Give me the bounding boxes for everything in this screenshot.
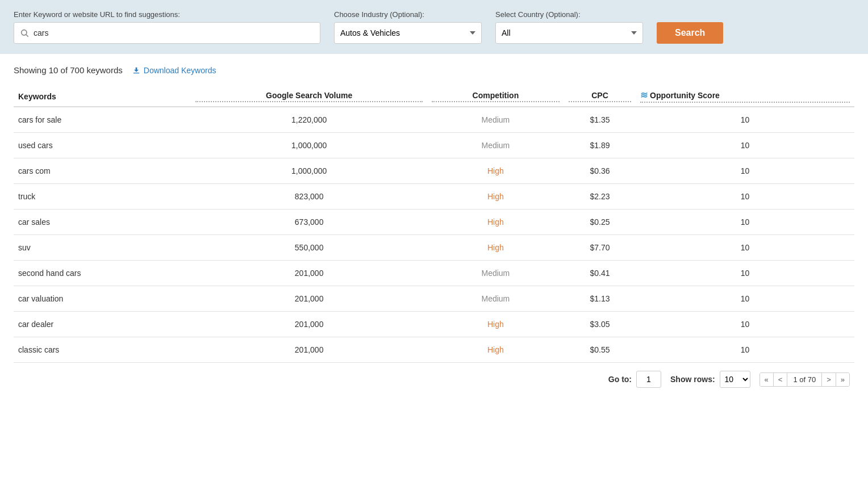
cell-volume: 201,000 bbox=[191, 286, 427, 312]
svg-rect-2 bbox=[133, 73, 139, 73]
cell-competition: Medium bbox=[427, 107, 564, 133]
download-keywords-link[interactable]: Download Keywords bbox=[132, 66, 216, 75]
cell-competition: High bbox=[427, 184, 564, 210]
cell-cpc: $1.13 bbox=[564, 286, 636, 312]
first-page-button[interactable]: « bbox=[760, 373, 774, 386]
goto-label: Go to: bbox=[608, 375, 632, 384]
cell-cpc: $1.89 bbox=[564, 133, 636, 158]
keyword-section: Enter Keyword or website URL to find sug… bbox=[14, 10, 320, 44]
keywords-table: Keywords Google Search Volume Competitio… bbox=[14, 84, 854, 363]
search-icon bbox=[20, 28, 29, 37]
dotted-divider bbox=[569, 101, 631, 102]
cell-competition: Medium bbox=[427, 261, 564, 286]
dotted-divider bbox=[640, 102, 850, 103]
industry-section: Choose Industry (Optional): Autos & Vehi… bbox=[334, 10, 482, 44]
keyword-label: Enter Keyword or website URL to find sug… bbox=[14, 10, 320, 19]
col-volume: Google Search Volume bbox=[191, 84, 427, 107]
cell-cpc: $0.36 bbox=[564, 158, 636, 184]
cell-keyword: classic cars bbox=[14, 337, 191, 363]
cell-opportunity: 10 bbox=[636, 210, 854, 235]
table-row: car dealer 201,000 High $3.05 10 bbox=[14, 312, 854, 337]
cell-volume: 1,000,000 bbox=[191, 158, 427, 184]
cell-competition: High bbox=[427, 337, 564, 363]
wave-icon: ≋ bbox=[640, 90, 648, 100]
main-content: Showing 10 of 700 keywords Download Keyw… bbox=[0, 54, 868, 401]
country-section: Select Country (Optional): All United St… bbox=[495, 10, 643, 44]
cell-cpc: $2.23 bbox=[564, 184, 636, 210]
cell-opportunity: 10 bbox=[636, 184, 854, 210]
search-input-wrap bbox=[14, 22, 320, 44]
cell-keyword: car valuation bbox=[14, 286, 191, 312]
cell-volume: 201,000 bbox=[191, 261, 427, 286]
cell-keyword: truck bbox=[14, 184, 191, 210]
cell-cpc: $0.41 bbox=[564, 261, 636, 286]
cell-volume: 1,220,000 bbox=[191, 107, 427, 133]
cell-opportunity: 10 bbox=[636, 337, 854, 363]
dotted-divider bbox=[432, 101, 560, 102]
country-select[interactable]: All United States United Kingdom Canada … bbox=[495, 22, 643, 44]
cell-keyword: suv bbox=[14, 235, 191, 261]
table-row: cars com 1,000,000 High $0.36 10 bbox=[14, 158, 854, 184]
table-body: cars for sale 1,220,000 Medium $1.35 10 … bbox=[14, 107, 854, 363]
goto-input[interactable] bbox=[636, 371, 661, 388]
cell-opportunity: 10 bbox=[636, 133, 854, 158]
show-rows-section: Show rows: 5 10 25 50 100 bbox=[670, 371, 750, 388]
col-competition: Competition bbox=[427, 84, 564, 107]
cell-keyword: car sales bbox=[14, 210, 191, 235]
search-bar: Enter Keyword or website URL to find sug… bbox=[0, 0, 868, 54]
cell-volume: 201,000 bbox=[191, 312, 427, 337]
cell-keyword: used cars bbox=[14, 133, 191, 158]
table-row: cars for sale 1,220,000 Medium $1.35 10 bbox=[14, 107, 854, 133]
pagination-row: Go to: Show rows: 5 10 25 50 100 « < 1 o… bbox=[14, 363, 854, 390]
cell-opportunity: 10 bbox=[636, 286, 854, 312]
table-row: truck 823,000 High $2.23 10 bbox=[14, 184, 854, 210]
cell-cpc: $3.05 bbox=[564, 312, 636, 337]
download-icon bbox=[132, 66, 141, 75]
table-row: used cars 1,000,000 Medium $1.89 10 bbox=[14, 133, 854, 158]
table-row: classic cars 201,000 High $0.55 10 bbox=[14, 337, 854, 363]
results-info: Showing 10 of 700 keywords Download Keyw… bbox=[14, 65, 854, 75]
cell-opportunity: 10 bbox=[636, 235, 854, 261]
cell-opportunity: 10 bbox=[636, 107, 854, 133]
cell-keyword: second hand cars bbox=[14, 261, 191, 286]
col-opportunity: ≋ Opportunity Score bbox=[636, 84, 854, 107]
svg-line-1 bbox=[26, 35, 28, 37]
prev-page-button[interactable]: < bbox=[774, 373, 788, 386]
cell-keyword: cars for sale bbox=[14, 107, 191, 133]
search-input[interactable] bbox=[34, 28, 314, 37]
search-button[interactable]: Search bbox=[657, 22, 723, 44]
cell-opportunity: 10 bbox=[636, 261, 854, 286]
page-nav: « < 1 of 70 > » bbox=[760, 372, 850, 387]
svg-point-0 bbox=[22, 30, 27, 35]
table-row: car sales 673,000 High $0.25 10 bbox=[14, 210, 854, 235]
cell-keyword: cars com bbox=[14, 158, 191, 184]
cell-cpc: $1.35 bbox=[564, 107, 636, 133]
cell-cpc: $7.70 bbox=[564, 235, 636, 261]
cell-volume: 673,000 bbox=[191, 210, 427, 235]
results-count: Showing 10 of 700 keywords bbox=[14, 65, 123, 75]
cell-competition: High bbox=[427, 312, 564, 337]
col-keywords: Keywords bbox=[14, 84, 191, 107]
industry-label: Choose Industry (Optional): bbox=[334, 10, 482, 19]
show-rows-label: Show rows: bbox=[670, 375, 715, 384]
col-cpc: CPC bbox=[564, 84, 636, 107]
cell-competition: High bbox=[427, 235, 564, 261]
next-page-button[interactable]: > bbox=[822, 373, 836, 386]
dotted-divider bbox=[195, 101, 422, 102]
cell-cpc: $0.25 bbox=[564, 210, 636, 235]
cell-competition: High bbox=[427, 210, 564, 235]
cell-opportunity: 10 bbox=[636, 312, 854, 337]
last-page-button[interactable]: » bbox=[836, 373, 849, 386]
table-row: car valuation 201,000 Medium $1.13 10 bbox=[14, 286, 854, 312]
country-label: Select Country (Optional): bbox=[495, 10, 643, 19]
cell-volume: 201,000 bbox=[191, 337, 427, 363]
table-header-row: Keywords Google Search Volume Competitio… bbox=[14, 84, 854, 107]
cell-competition: Medium bbox=[427, 133, 564, 158]
table-row: second hand cars 201,000 Medium $0.41 10 bbox=[14, 261, 854, 286]
cell-volume: 823,000 bbox=[191, 184, 427, 210]
show-rows-select[interactable]: 5 10 25 50 100 bbox=[720, 371, 750, 388]
industry-select[interactable]: Autos & Vehicles All Arts & Entertainmen… bbox=[334, 22, 482, 44]
cell-competition: High bbox=[427, 158, 564, 184]
cell-volume: 550,000 bbox=[191, 235, 427, 261]
cell-competition: Medium bbox=[427, 286, 564, 312]
